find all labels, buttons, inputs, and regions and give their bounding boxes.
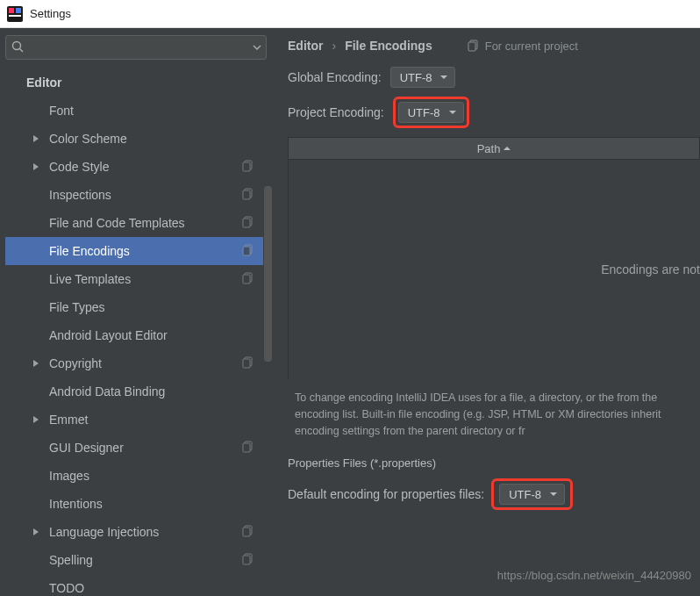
- sidebar-scrollbar[interactable]: [264, 186, 272, 362]
- svg-line-5: [20, 49, 24, 53]
- tree-item-images[interactable]: Images: [5, 462, 263, 490]
- svg-point-4: [13, 42, 21, 50]
- svg-rect-3: [9, 15, 21, 17]
- global-encoding-combo[interactable]: UTF-8: [390, 67, 456, 88]
- tree-item-copyright[interactable]: Copyright: [5, 349, 263, 377]
- expand-arrow-icon: [32, 528, 40, 536]
- tree-item-label: Color Scheme: [49, 132, 127, 146]
- tree-item-label: File and Code Templates: [49, 216, 185, 230]
- tree-item-label: Android Data Binding: [49, 384, 165, 399]
- project-encoding-label: Project Encoding:: [288, 105, 384, 119]
- project-scope-hint: For current project: [468, 39, 578, 53]
- svg-rect-23: [243, 556, 250, 564]
- tree-item-label: File Encodings: [49, 244, 130, 258]
- copy-icon: [242, 216, 254, 228]
- project-encoding-combo[interactable]: UTF-8: [398, 102, 464, 123]
- dropdown-icon: [440, 74, 447, 81]
- tree-item-color-scheme[interactable]: Color Scheme: [5, 125, 263, 153]
- tree-item-file-encodings[interactable]: File Encodings: [5, 237, 263, 265]
- path-table-empty: Encodings are not: [288, 160, 700, 379]
- window-titlebar: Settings: [0, 0, 700, 28]
- default-encoding-combo[interactable]: UTF-8: [499, 484, 565, 505]
- settings-content: Editor › File Encodings For current proj…: [272, 28, 700, 596]
- tree-item-font[interactable]: Font: [5, 97, 263, 125]
- tree-item-inspections[interactable]: Inspections: [5, 181, 263, 209]
- tree-item-label: Emmet: [49, 413, 88, 427]
- tree-item-label: Code Style: [49, 160, 109, 174]
- tree-item-label: Copyright: [49, 356, 102, 370]
- svg-rect-13: [243, 247, 250, 255]
- tree-item-spelling[interactable]: Spelling: [5, 546, 263, 574]
- svg-rect-15: [243, 275, 250, 284]
- search-input[interactable]: [5, 35, 267, 60]
- copy-icon: [242, 525, 254, 537]
- global-encoding-label: Global Encoding:: [288, 70, 382, 84]
- copy-icon: [242, 272, 254, 284]
- svg-rect-17: [243, 359, 250, 368]
- svg-rect-2: [16, 8, 21, 13]
- tree-item-android-data-binding[interactable]: Android Data Binding: [5, 377, 263, 406]
- tree-item-intentions[interactable]: Intentions: [5, 490, 263, 518]
- chevron-down-icon[interactable]: [253, 43, 261, 52]
- project-encoding-row: Project Encoding: UTF-8: [288, 97, 700, 128]
- watermark-text: https://blog.csdn.net/weixin_44420980: [497, 569, 691, 582]
- expand-arrow-icon: [32, 134, 40, 143]
- tree-item-label: Images: [49, 469, 89, 483]
- default-encoding-row: Default encoding for properties files: U…: [288, 478, 700, 510]
- svg-rect-7: [243, 162, 250, 171]
- search-wrap: [5, 35, 267, 60]
- tree-item-label: Android Layout Editor: [49, 328, 168, 342]
- copy-icon: [242, 244, 254, 256]
- tree-item-file-and-code-templates[interactable]: File and Code Templates: [5, 209, 263, 237]
- tree-item-gui-designer[interactable]: GUI Designer: [5, 434, 263, 462]
- tree-item-file-types[interactable]: File Types: [5, 293, 263, 321]
- window-title: Settings: [30, 7, 71, 20]
- sort-asc-icon: [504, 145, 511, 152]
- breadcrumb: Editor › File Encodings For current proj…: [288, 39, 700, 53]
- highlight-box: UTF-8: [491, 478, 573, 510]
- main-area: Editor FontColor SchemeCode StyleInspect…: [0, 28, 700, 596]
- highlight-box: UTF-8: [393, 97, 469, 128]
- svg-rect-25: [468, 42, 475, 51]
- tree-item-label: Live Templates: [49, 272, 131, 286]
- tree-item-android-layout-editor[interactable]: Android Layout Editor: [5, 321, 263, 349]
- path-table-header[interactable]: Path: [288, 137, 700, 160]
- tree-item-code-style[interactable]: Code Style: [5, 153, 263, 181]
- tree-item-label: Language Injections: [49, 525, 159, 539]
- expand-arrow-icon: [32, 415, 40, 424]
- copy-icon: [468, 39, 480, 52]
- expand-arrow-icon: [32, 162, 40, 171]
- tree-item-label: TODO: [49, 581, 84, 595]
- encoding-info-text: To change encoding IntelliJ IDEA uses fo…: [288, 379, 700, 451]
- global-encoding-row: Global Encoding: UTF-8: [288, 67, 700, 88]
- svg-rect-1: [9, 8, 14, 13]
- app-logo-icon: [7, 6, 23, 22]
- expand-arrow-icon: [32, 359, 40, 368]
- tree-item-language-injections[interactable]: Language Injections: [5, 518, 263, 546]
- settings-sidebar: Editor FontColor SchemeCode StyleInspect…: [0, 28, 272, 596]
- copy-icon: [242, 160, 254, 172]
- settings-tree: Editor FontColor SchemeCode StyleInspect…: [5, 68, 267, 596]
- copy-icon: [242, 553, 254, 565]
- tree-item-label: Font: [49, 104, 74, 118]
- default-encoding-label: Default encoding for properties files:: [288, 487, 484, 501]
- tree-item-live-templates[interactable]: Live Templates: [5, 265, 263, 293]
- tree-item-emmet[interactable]: Emmet: [5, 406, 263, 434]
- breadcrumb-item: File Encodings: [345, 39, 432, 53]
- search-icon: [11, 39, 25, 54]
- tree-item-todo[interactable]: TODO: [5, 574, 263, 596]
- dropdown-icon: [449, 109, 456, 116]
- tree-item-label: Spelling: [49, 553, 93, 567]
- svg-rect-11: [243, 219, 250, 227]
- tree-item-label: GUI Designer: [49, 441, 124, 455]
- tree-item-label: File Types: [49, 300, 105, 314]
- tree-section-label: Editor: [26, 75, 61, 90]
- svg-rect-19: [243, 443, 250, 452]
- tree-section-editor[interactable]: Editor: [5, 68, 263, 97]
- copy-icon: [242, 441, 254, 453]
- properties-section-label: Properties Files (*.properties): [288, 456, 700, 470]
- dropdown-icon: [550, 491, 557, 498]
- tree-item-label: Intentions: [49, 497, 103, 511]
- copy-icon: [242, 188, 254, 200]
- breadcrumb-item[interactable]: Editor: [288, 39, 323, 53]
